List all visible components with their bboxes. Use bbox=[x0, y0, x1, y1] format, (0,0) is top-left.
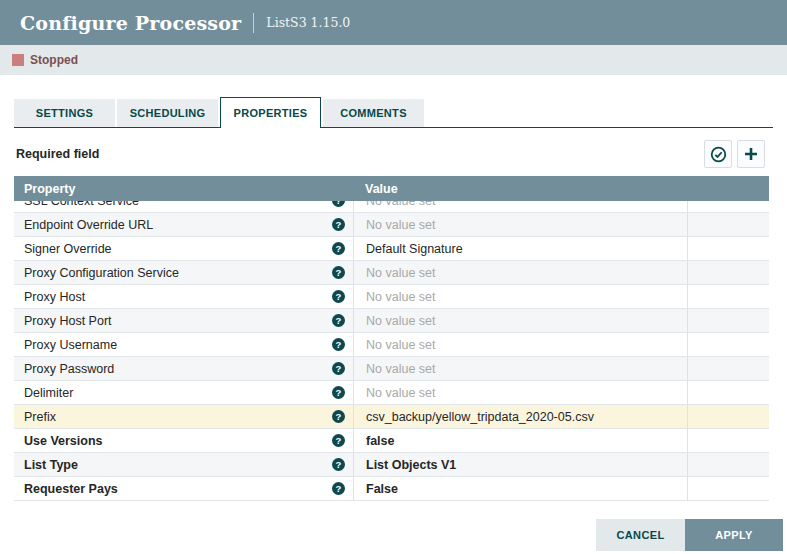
property-name: SSL Context Service bbox=[24, 201, 139, 208]
property-cell: Proxy Configuration Service ? bbox=[14, 261, 353, 284]
property-row[interactable]: SSL Context Service ? No value set bbox=[14, 201, 769, 213]
help-icon[interactable]: ? bbox=[332, 290, 345, 303]
tab-comments[interactable]: COMMENTS bbox=[323, 99, 424, 127]
property-name: List Type bbox=[24, 458, 78, 472]
value-cell[interactable]: No value set bbox=[353, 213, 687, 236]
tab-strip: SETTINGS SCHEDULING PROPERTIES COMMENTS bbox=[14, 97, 773, 128]
add-property-button[interactable] bbox=[737, 140, 765, 168]
tab-settings-label: SETTINGS bbox=[36, 107, 93, 119]
tab-settings[interactable]: SETTINGS bbox=[14, 99, 115, 127]
value-cell[interactable]: No value set bbox=[353, 357, 687, 380]
help-icon[interactable]: ? bbox=[332, 458, 345, 471]
property-row[interactable]: Delimiter ? No value set bbox=[14, 381, 769, 405]
property-value: No value set bbox=[366, 362, 435, 376]
property-row[interactable]: Proxy Host Port ? No value set bbox=[14, 309, 769, 333]
property-name: Requester Pays bbox=[24, 482, 118, 496]
property-name: Endpoint Override URL bbox=[24, 218, 153, 232]
property-value: False bbox=[366, 482, 398, 496]
extra-cell bbox=[687, 477, 769, 500]
dialog-title: Configure Processor bbox=[20, 12, 241, 34]
property-row[interactable]: Proxy Username ? No value set bbox=[14, 333, 769, 357]
value-cell[interactable]: Default Signature bbox=[353, 237, 687, 260]
help-icon[interactable]: ? bbox=[332, 482, 345, 495]
property-row[interactable]: Signer Override ? Default Signature bbox=[14, 237, 769, 261]
tab-properties[interactable]: PROPERTIES bbox=[220, 97, 321, 128]
property-value: csv_backup/yellow_tripdata_2020-05.csv bbox=[366, 410, 594, 424]
value-cell[interactable]: No value set bbox=[353, 381, 687, 404]
help-icon[interactable]: ? bbox=[332, 201, 345, 207]
configure-processor-dialog: Configure Processor ListS3 1.15.0 Stoppe… bbox=[0, 0, 787, 554]
help-icon[interactable]: ? bbox=[332, 434, 345, 447]
help-icon[interactable]: ? bbox=[332, 338, 345, 351]
property-name: Proxy Password bbox=[24, 362, 114, 376]
apply-button[interactable]: APPLY bbox=[685, 519, 783, 551]
column-header-value: Value bbox=[353, 182, 687, 196]
property-name: Delimiter bbox=[24, 386, 73, 400]
property-cell: Proxy Username ? bbox=[14, 333, 353, 356]
value-cell[interactable]: No value set bbox=[353, 261, 687, 284]
help-icon[interactable]: ? bbox=[332, 218, 345, 231]
plus-icon bbox=[743, 146, 759, 162]
help-icon[interactable]: ? bbox=[332, 266, 345, 279]
property-cell: Delimiter ? bbox=[14, 381, 353, 404]
tab-scheduling[interactable]: SCHEDULING bbox=[117, 99, 218, 127]
property-cell: Proxy Host Port ? bbox=[14, 309, 353, 332]
status-label: Stopped bbox=[30, 53, 78, 67]
extra-cell bbox=[687, 429, 769, 452]
property-value: No value set bbox=[366, 218, 435, 232]
cancel-button[interactable]: CANCEL bbox=[596, 519, 685, 551]
property-row[interactable]: List Type ? List Objects V1 bbox=[14, 453, 769, 477]
property-value: No value set bbox=[366, 314, 435, 328]
property-name: Proxy Host Port bbox=[24, 314, 112, 328]
extra-cell bbox=[687, 201, 769, 212]
table-toolbar: Required field bbox=[0, 128, 787, 176]
extra-cell bbox=[687, 357, 769, 380]
tab-properties-label: PROPERTIES bbox=[234, 107, 308, 119]
property-row[interactable]: Use Versions ? false bbox=[14, 429, 769, 453]
value-cell[interactable]: List Objects V1 bbox=[353, 453, 687, 476]
help-icon[interactable]: ? bbox=[332, 410, 345, 423]
property-value: No value set bbox=[366, 290, 435, 304]
value-cell[interactable]: No value set bbox=[353, 333, 687, 356]
property-cell: Proxy Host ? bbox=[14, 285, 353, 308]
value-cell[interactable]: False bbox=[353, 477, 687, 500]
property-name: Prefix bbox=[24, 410, 56, 424]
extra-cell bbox=[687, 237, 769, 260]
processor-name-version: ListS3 1.15.0 bbox=[266, 15, 350, 30]
property-row[interactable]: Proxy Password ? No value set bbox=[14, 357, 769, 381]
property-name: Signer Override bbox=[24, 242, 112, 256]
property-row[interactable]: Proxy Configuration Service ? No value s… bbox=[14, 261, 769, 285]
property-value: No value set bbox=[366, 266, 435, 280]
property-row[interactable]: Prefix ? csv_backup/yellow_tripdata_2020… bbox=[14, 405, 769, 429]
extra-cell bbox=[687, 381, 769, 404]
property-name: Proxy Host bbox=[24, 290, 85, 304]
properties-table-header: Property Value bbox=[14, 176, 769, 201]
property-cell: Endpoint Override URL ? bbox=[14, 213, 353, 236]
property-row[interactable]: Proxy Host ? No value set bbox=[14, 285, 769, 309]
help-icon[interactable]: ? bbox=[332, 362, 345, 375]
property-value: No value set bbox=[366, 201, 435, 208]
property-cell: Prefix ? bbox=[14, 405, 353, 428]
status-bar: Stopped bbox=[0, 45, 787, 75]
property-cell: Signer Override ? bbox=[14, 237, 353, 260]
value-cell[interactable]: No value set bbox=[353, 309, 687, 332]
property-cell: List Type ? bbox=[14, 453, 353, 476]
value-cell[interactable]: No value set bbox=[353, 201, 687, 212]
value-cell[interactable]: csv_backup/yellow_tripdata_2020-05.csv bbox=[353, 405, 687, 428]
property-name: Proxy Username bbox=[24, 338, 117, 352]
extra-cell bbox=[687, 453, 769, 476]
extra-cell bbox=[687, 213, 769, 236]
help-icon[interactable]: ? bbox=[332, 242, 345, 255]
verify-properties-button[interactable] bbox=[704, 140, 732, 168]
help-icon[interactable]: ? bbox=[332, 314, 345, 327]
property-row[interactable]: Endpoint Override URL ? No value set bbox=[14, 213, 769, 237]
value-cell[interactable]: No value set bbox=[353, 285, 687, 308]
value-cell[interactable]: false bbox=[353, 429, 687, 452]
extra-cell bbox=[687, 309, 769, 332]
required-field-label: Required field bbox=[16, 147, 99, 161]
property-row[interactable]: Requester Pays ? False bbox=[14, 477, 769, 501]
property-cell: SSL Context Service ? bbox=[14, 201, 353, 212]
help-icon[interactable]: ? bbox=[332, 386, 345, 399]
property-name: Use Versions bbox=[24, 434, 103, 448]
title-separator bbox=[253, 13, 254, 33]
